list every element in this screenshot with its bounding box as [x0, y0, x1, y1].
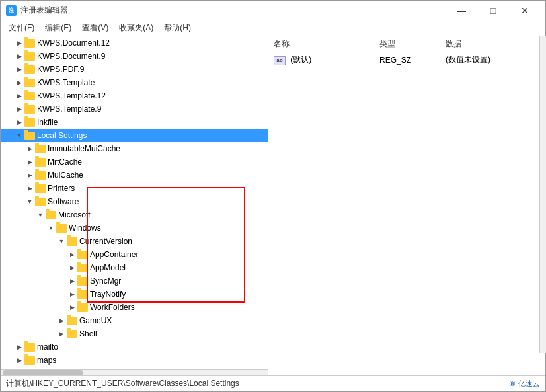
expand-kwps-template9[interactable]: ▶: [14, 104, 24, 114]
expand-mrt-cache[interactable]: ▶: [24, 157, 35, 167]
menu-help[interactable]: 帮助(H): [159, 21, 196, 35]
tree-container: ▶ KWPS.Document.12 ▶ KWPS.Document.9 ▶: [1, 36, 268, 367]
expand-mui-cache[interactable]: ▶: [24, 170, 35, 180]
expand-windows[interactable]: ▼: [46, 223, 56, 233]
expand-kwps-doc9[interactable]: ▶: [14, 51, 24, 61]
tree-item-traynotify[interactable]: ▶ TrayNotify: [1, 288, 268, 301]
tree-item-appmodel[interactable]: ▶ AppModel: [1, 261, 268, 274]
folder-icon-appmodel: [77, 264, 88, 272]
logo-text: 亿速云: [518, 379, 540, 389]
expand-workfolders[interactable]: ▶: [67, 302, 77, 313]
title-bar: 注 注册表编辑器 — □ ✕: [1, 1, 545, 20]
label-currentversion: CurrentVersion: [79, 237, 132, 246]
tree-pane: ▶ KWPS.Document.12 ▶ KWPS.Document.9 ▶: [1, 36, 268, 375]
expand-appmodel[interactable]: ▶: [67, 262, 77, 273]
expand-currentversion[interactable]: ▼: [56, 236, 67, 247]
tree-item-microsoft[interactable]: ▼ Microsoft: [1, 208, 268, 221]
expand-syncmgr[interactable]: ▶: [67, 276, 77, 286]
label-gameux: GameUX: [79, 316, 112, 325]
expand-software[interactable]: ▼: [24, 196, 35, 207]
tree-item-printers[interactable]: ▶ Printers: [1, 182, 268, 195]
expand-kwps-template[interactable]: ▶: [14, 77, 24, 88]
expand-appcontainer[interactable]: ▶: [67, 249, 77, 260]
tree-item-kwps-template9[interactable]: ▶ KWPS.Template.9: [1, 102, 268, 116]
label-mui-cache: MuiCache: [48, 171, 83, 180]
tree-item-inkfile[interactable]: ▶ Inkfile: [1, 116, 268, 129]
tree-item-syncmgr[interactable]: ▶ SyncMgr: [1, 274, 268, 288]
tree-item-kwps-doc9[interactable]: ▶ KWPS.Document.9: [1, 50, 268, 63]
tree-item-software[interactable]: ▼ Software: [1, 195, 268, 208]
label-mrt-cache: MrtCache: [48, 157, 82, 167]
col-header-type[interactable]: 类型: [374, 36, 440, 52]
reg-type-cell: REG_SZ: [374, 52, 440, 68]
tree-item-kwps-pdf9[interactable]: ▶ KWPS.PDF.9: [1, 63, 268, 76]
tree-item-maps[interactable]: ▶ maps: [1, 354, 268, 367]
expand-inkfile[interactable]: ▶: [14, 117, 24, 128]
table-row[interactable]: ab (默认) REG_SZ (数值未设置): [268, 52, 545, 68]
tree-scroll[interactable]: ▶ KWPS.Document.12 ▶ KWPS.Document.9 ▶: [1, 36, 268, 369]
folder-icon-kwps-doc12: [24, 39, 35, 48]
right-vscroll[interactable]: [539, 36, 545, 353]
label-kwps-doc12: KWPS.Document.12: [37, 38, 110, 48]
minimize-button[interactable]: —: [446, 1, 477, 20]
tree-item-gameux[interactable]: ▶ GameUX: [1, 314, 268, 327]
tree-item-kwps-doc12[interactable]: ▶ KWPS.Document.12: [1, 36, 268, 50]
close-button[interactable]: ✕: [510, 1, 540, 20]
col-header-data[interactable]: 数据: [440, 36, 545, 52]
expand-gameux[interactable]: ▶: [56, 315, 67, 326]
tree-item-immutable-mui[interactable]: ▶ ImmutableMuiCache: [1, 142, 268, 155]
folder-icon-kwps-template: [24, 79, 35, 87]
expand-mailto[interactable]: ▶: [14, 342, 24, 352]
menu-file[interactable]: 文件(F): [3, 21, 40, 35]
col-header-name[interactable]: 名称: [268, 36, 374, 52]
tree-item-workfolders[interactable]: ▶ WorkFolders: [1, 301, 268, 314]
label-appcontainer: AppContainer: [90, 250, 138, 259]
expand-printers[interactable]: ▶: [24, 183, 35, 194]
tree-item-local-settings[interactable]: ▼ Local Settings: [1, 129, 268, 142]
status-logo: ⑧ 亿速云: [509, 379, 540, 389]
tree-item-kwps-template[interactable]: ▶ KWPS.Template: [1, 76, 268, 89]
tree-item-mui-cache[interactable]: ▶ MuiCache: [1, 169, 268, 182]
tree-item-mrt-cache[interactable]: ▶ MrtCache: [1, 155, 268, 169]
label-printers: Printers: [48, 184, 75, 193]
label-syncmgr: SyncMgr: [90, 276, 121, 286]
expand-kwps-pdf9[interactable]: ▶: [14, 64, 24, 75]
maximize-button[interactable]: □: [478, 1, 508, 20]
expand-kwps-doc12[interactable]: ▶: [14, 38, 24, 48]
folder-icon-traynotify: [77, 290, 88, 299]
expand-traynotify[interactable]: ▶: [67, 289, 77, 299]
expand-kwps-template12[interactable]: ▶: [14, 91, 24, 101]
expand-immutable-mui[interactable]: ▶: [24, 143, 35, 154]
menu-edit[interactable]: 编辑(E): [40, 21, 77, 35]
tree-hscroll[interactable]: [1, 369, 268, 375]
folder-icon-appcontainer: [77, 251, 88, 259]
tree-item-kwps-template12[interactable]: ▶ KWPS.Template.12: [1, 89, 268, 102]
folder-icon-printers: [35, 184, 46, 193]
reg-data-cell: (数值未设置): [440, 52, 545, 68]
label-kwps-template: KWPS.Template: [37, 78, 95, 87]
expand-microsoft[interactable]: ▼: [35, 210, 46, 220]
expand-maps[interactable]: ▶: [14, 355, 24, 366]
expand-shell[interactable]: ▶: [56, 329, 67, 339]
right-scroll[interactable]: 名称 类型 数据 ab (默认) REG_SZ (数值未设置): [268, 36, 545, 375]
menu-view[interactable]: 查看(V): [77, 21, 114, 35]
reg-name-label: (默认): [290, 55, 311, 64]
menu-bar: 文件(F) 编辑(E) 查看(V) 收藏夹(A) 帮助(H): [1, 20, 545, 36]
window-icon: 注: [6, 5, 17, 16]
menu-favorites[interactable]: 收藏夹(A): [114, 21, 159, 35]
label-immutable-mui: ImmutableMuiCache: [48, 144, 120, 153]
folder-icon-inkfile: [24, 118, 35, 127]
label-traynotify: TrayNotify: [90, 290, 126, 299]
tree-item-currentversion[interactable]: ▼ CurrentVersion: [1, 235, 268, 248]
tree-item-shell[interactable]: ▶ Shell: [1, 327, 268, 340]
status-bar: 计算机\HKEY_CURRENT_USER\Software\Classes\L…: [1, 375, 545, 391]
folder-icon-gameux: [67, 317, 77, 325]
expand-local-settings[interactable]: ▼: [14, 130, 24, 141]
folder-icon-mrt-cache: [35, 158, 46, 167]
folder-icon-kwps-doc9: [24, 52, 35, 61]
folder-icon-local-settings: [24, 132, 35, 140]
tree-item-appcontainer[interactable]: ▶ AppContainer: [1, 248, 268, 261]
folder-icon-immutable-mui: [35, 145, 46, 153]
tree-item-mailto[interactable]: ▶ mailto: [1, 340, 268, 354]
tree-item-windows[interactable]: ▼ Windows: [1, 221, 268, 235]
